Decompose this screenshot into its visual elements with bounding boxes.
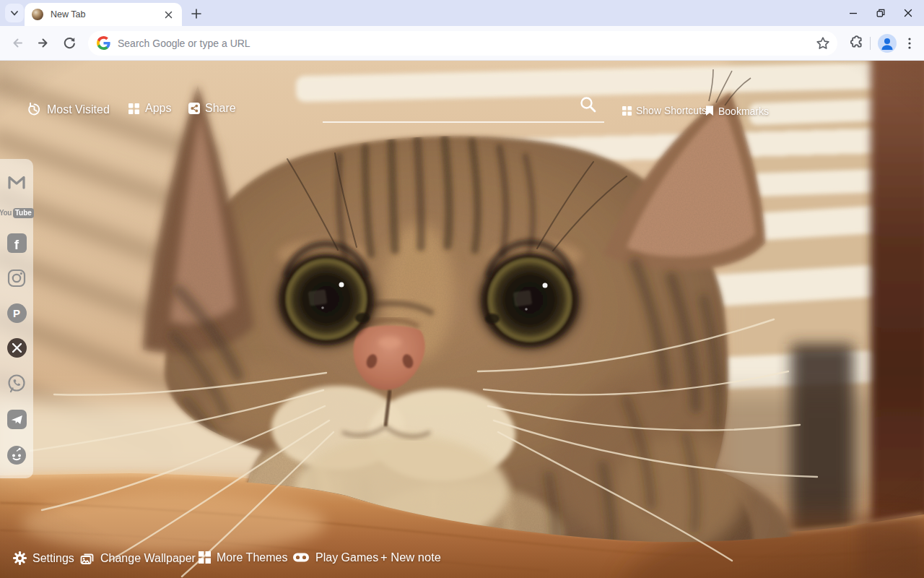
sidebar-item-x-twitter[interactable] [7, 338, 27, 358]
sidebar-item-reddit[interactable] [6, 444, 27, 466]
chevron-down-icon [10, 9, 19, 17]
reddit-icon [6, 444, 27, 466]
new-tab-wallpaper-cat [0, 61, 924, 578]
play-games-label: Play Games [315, 552, 378, 564]
close-icon [904, 9, 912, 17]
show-shortcuts-label: Show Shortcuts [636, 105, 707, 116]
omnibox-input[interactable] [118, 38, 816, 49]
social-sidebar: You Tube f P [0, 159, 33, 478]
new-tab-button[interactable] [188, 5, 205, 22]
x-twitter-icon [7, 338, 27, 358]
more-themes-button[interactable]: More Themes [199, 551, 287, 564]
change-wallpaper-button[interactable]: Change Wallpaper [79, 551, 196, 566]
new-note-label: + New note [380, 551, 441, 564]
tab-strip: New Tab [0, 0, 924, 26]
toolbar-separator [870, 37, 871, 50]
sidebar-item-pinterest[interactable]: P [7, 303, 27, 323]
telegram-icon [7, 410, 27, 429]
person-icon [878, 34, 897, 53]
apps-label: Apps [145, 103, 171, 114]
gamepad-icon [292, 551, 310, 564]
more-themes-label: More Themes [217, 552, 287, 564]
tab-title: New Tab [51, 9, 162, 20]
sidebar-item-instagram[interactable] [6, 268, 27, 288]
sidebar-item-whatsapp[interactable] [6, 373, 27, 394]
share-label: Share [205, 103, 236, 114]
whatsapp-icon [6, 373, 27, 394]
sidebar-item-gmail[interactable] [6, 171, 27, 193]
tab-search-button[interactable] [5, 4, 24, 22]
restore-icon [876, 9, 885, 17]
tab-new-tab[interactable]: New Tab [25, 3, 182, 26]
menu-dots-icon[interactable] [904, 37, 915, 50]
forward-button[interactable] [32, 32, 55, 55]
most-visited-button[interactable]: Most Visited [27, 103, 110, 116]
history-icon [27, 103, 41, 116]
window-controls [847, 0, 920, 26]
back-arrow-icon [10, 36, 25, 50]
reload-button[interactable] [58, 32, 81, 55]
profile-avatar[interactable] [878, 34, 897, 53]
wallpaper-icon [79, 551, 95, 566]
window-restore-button[interactable] [875, 7, 886, 19]
sidebar-item-facebook[interactable]: f [7, 233, 27, 253]
settings-button[interactable]: Settings [13, 551, 74, 565]
settings-label: Settings [32, 553, 74, 564]
gear-icon [13, 551, 27, 565]
tab-close-button[interactable] [162, 8, 175, 21]
youtube-you-text: You [0, 209, 12, 217]
most-visited-label: Most Visited [47, 104, 110, 116]
apps-grid-icon [128, 103, 139, 114]
minimize-icon [849, 9, 858, 17]
reload-icon [62, 36, 77, 51]
extensions-puzzle-icon[interactable] [847, 35, 863, 51]
gmail-icon [6, 171, 27, 193]
back-button[interactable] [6, 32, 29, 55]
play-games-button[interactable]: Play Games [292, 551, 378, 564]
change-wallpaper-label: Change Wallpaper [100, 553, 196, 564]
pinterest-icon: P [7, 303, 27, 323]
window-minimize-button[interactable] [847, 7, 859, 19]
sidebar-item-youtube[interactable]: You Tube [0, 208, 34, 218]
bookmarks-label: Bookmarks [718, 106, 769, 116]
cat-favicon-icon [32, 9, 43, 20]
share-icon [188, 103, 200, 114]
omnibox[interactable] [88, 31, 837, 56]
bookmark-star-icon[interactable] [816, 36, 830, 51]
bookmark-icon [705, 105, 714, 116]
forward-arrow-icon [36, 36, 51, 50]
apps-button[interactable]: Apps [128, 103, 171, 114]
youtube-tube-badge: Tube [13, 208, 34, 218]
instagram-icon [6, 268, 27, 288]
sidebar-item-telegram[interactable] [7, 410, 27, 429]
wallpaper-search-input[interactable] [323, 104, 604, 123]
window-close-button[interactable] [902, 7, 914, 19]
shortcuts-grid-icon [622, 106, 632, 116]
show-shortcuts-button[interactable]: Show Shortcuts [622, 105, 707, 116]
plus-icon [191, 9, 201, 19]
browser-toolbar [0, 26, 924, 61]
facebook-icon: f [7, 233, 27, 253]
share-button[interactable]: Share [188, 103, 236, 114]
toolbar-right-group [837, 34, 924, 53]
google-g-icon [97, 36, 110, 50]
close-icon [165, 11, 173, 19]
themes-grid-icon [199, 551, 211, 564]
bookmarks-button[interactable]: Bookmarks [705, 105, 769, 116]
new-note-button[interactable]: + New note [380, 551, 441, 564]
